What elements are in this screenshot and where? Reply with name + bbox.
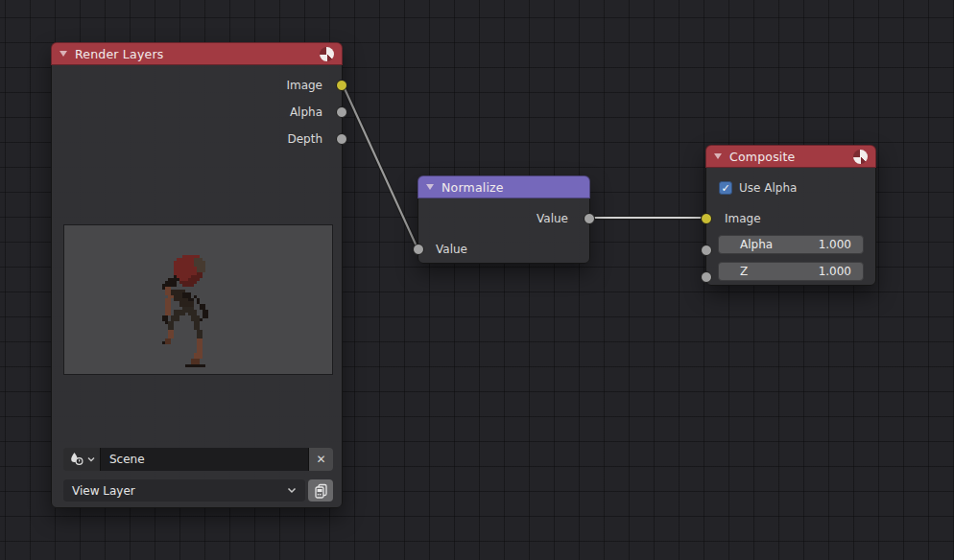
scene-icon — [69, 452, 85, 467]
photo-stack-icon — [314, 483, 328, 499]
input-row-value: Value — [418, 236, 589, 263]
node-title: Composite — [729, 150, 846, 164]
use-alpha-row: Use Alpha — [706, 175, 875, 201]
output-socket-alpha[interactable] — [336, 106, 347, 118]
link-render-layers-image-to-normalize-value[interactable] — [343, 84, 417, 248]
use-alpha-label: Use Alpha — [739, 181, 797, 195]
node-composite[interactable]: Composite Use Alpha Image Alpha 1.000 Z … — [705, 145, 876, 286]
output-row-value: Value — [418, 205, 589, 232]
input-socket-image[interactable] — [701, 213, 712, 224]
render-layer-button[interactable] — [308, 479, 333, 502]
z-value: 1.000 — [819, 265, 851, 278]
output-row-image: Image — [52, 72, 342, 99]
node-render-layers[interactable]: Render Layers Image Alpha Depth — [51, 42, 343, 508]
scene-name-field[interactable]: Scene — [100, 448, 308, 471]
normalize-header[interactable]: Normalize — [417, 175, 590, 198]
scene-browse-button[interactable] — [63, 448, 100, 471]
scene-name: Scene — [109, 453, 145, 466]
node-title: Render Layers — [75, 47, 312, 61]
render-result-icon — [853, 150, 868, 164]
scene-unlink-button[interactable] — [308, 448, 333, 471]
alpha-label: Alpha — [740, 238, 773, 251]
view-layer-value: View Layer — [72, 484, 135, 498]
socket-label-depth: Depth — [287, 132, 322, 146]
collapse-arrow-icon[interactable] — [60, 51, 67, 57]
collapse-arrow-icon[interactable] — [714, 153, 722, 159]
alpha-value: 1.000 — [819, 238, 851, 251]
scene-selector-row: Scene — [63, 448, 333, 471]
input-socket-value[interactable] — [413, 244, 424, 255]
preview-image — [151, 252, 217, 373]
z-value-slider[interactable]: Z 1.000 — [718, 262, 864, 281]
composite-header[interactable]: Composite — [705, 145, 876, 168]
socket-label-value-out: Value — [537, 212, 568, 225]
input-row-image: Image — [706, 205, 875, 232]
chevron-down-icon — [287, 487, 297, 494]
socket-label-alpha: Alpha — [290, 105, 322, 119]
input-socket-z[interactable] — [701, 271, 712, 283]
output-row-alpha: Alpha — [52, 99, 342, 126]
node-editor-canvas[interactable]: Render Layers Image Alpha Depth — [0, 0, 954, 560]
socket-label-image: Image — [725, 212, 761, 225]
node-normalize[interactable]: Normalize Value Value — [417, 175, 590, 264]
view-layer-dropdown[interactable]: View Layer — [63, 479, 305, 502]
z-label: Z — [740, 265, 748, 278]
node-title: Normalize — [441, 180, 582, 195]
collapse-arrow-icon[interactable] — [426, 184, 434, 190]
socket-label-image: Image — [286, 79, 322, 92]
output-socket-depth[interactable] — [336, 133, 347, 145]
view-layer-row: View Layer — [63, 479, 333, 502]
output-socket-value[interactable] — [584, 213, 595, 224]
use-alpha-checkbox[interactable] — [719, 181, 732, 195]
chevron-down-icon — [87, 456, 95, 462]
alpha-value-slider[interactable]: Alpha 1.000 — [718, 235, 864, 254]
output-socket-image[interactable] — [336, 80, 347, 91]
output-row-depth: Depth — [52, 126, 342, 152]
socket-label-value-in: Value — [436, 243, 467, 256]
render-preview — [63, 224, 333, 375]
input-socket-alpha[interactable] — [701, 245, 712, 256]
render-layers-header[interactable]: Render Layers — [51, 42, 343, 65]
render-result-icon — [320, 47, 334, 61]
